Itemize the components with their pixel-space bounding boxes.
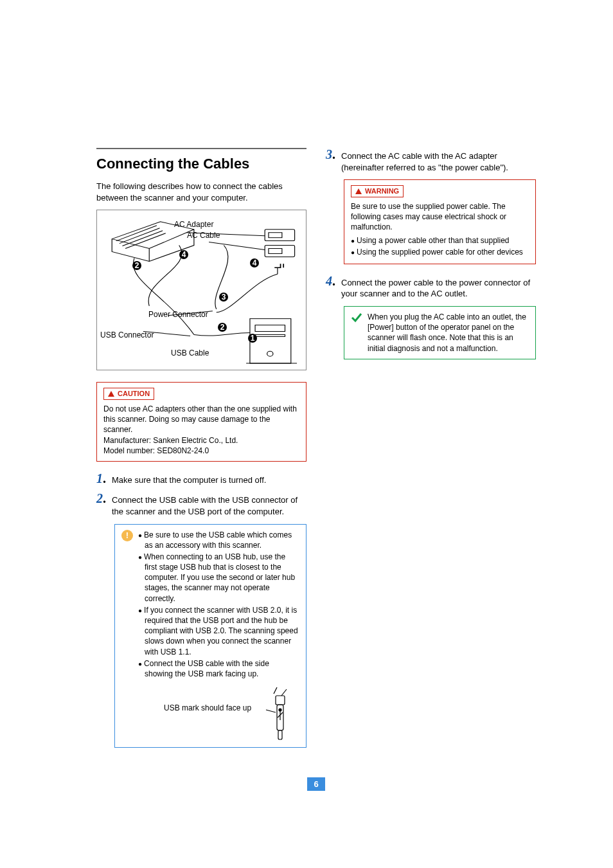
section-title: Connecting the Cables <box>96 156 306 172</box>
step-1: 1. Make sure that the computer is turned… <box>96 472 306 486</box>
label-usb-connector: USB Connector <box>100 330 154 339</box>
diagram-num-3: 3 <box>219 293 228 302</box>
svg-line-22 <box>266 710 276 712</box>
usb-note-4: Connect the USB cable with the side show… <box>138 658 299 679</box>
svg-rect-5 <box>269 233 282 238</box>
label-power-connector: Power Connector <box>148 310 208 319</box>
diagram-num-1: 1 <box>248 334 257 343</box>
usb-note-2: When connecting to an USB hub, use the f… <box>138 552 299 604</box>
label-ac-cable: AC Cable <box>187 231 220 240</box>
svg-rect-20 <box>278 730 282 739</box>
svg-rect-7 <box>269 249 282 254</box>
exclamation-icon: ! <box>121 530 133 541</box>
usb-note-1: Be sure to use the USB cable which comes… <box>138 530 299 550</box>
warning-box: WARNING Be sure to use the supplied powe… <box>344 179 536 264</box>
warning-b1: Using a power cable other than that supp… <box>351 235 529 246</box>
label-ac-adapter: AC Adapter <box>174 220 213 229</box>
warning-tag: WARNING <box>351 185 404 197</box>
usb-mark-illustration: USB mark should face up <box>138 684 299 742</box>
intro-text: The following describes how to connect t… <box>96 181 306 203</box>
usb-mark-caption: USB mark should face up <box>164 703 251 712</box>
step-3: 3. Connect the AC cable with the AC adap… <box>326 148 536 173</box>
caution-text: Do not use AC adapters other than the on… <box>103 404 299 456</box>
plug-note-text: When you plug the AC cable into an outle… <box>368 312 529 354</box>
svg-line-16 <box>209 242 265 250</box>
warning-text: Be sure to use the supplied power cable.… <box>351 201 529 233</box>
step-4: 4. Connect the power cable to the power … <box>326 275 536 300</box>
svg-point-12 <box>267 351 273 356</box>
step-2: 2. Connect the USB cable with the USB co… <box>96 492 306 517</box>
svg-rect-4 <box>265 230 294 241</box>
label-usb-cable: USB Cable <box>171 348 209 357</box>
connection-diagram: AC Adapter AC Cable Power Connector USB … <box>96 210 306 370</box>
usb-note-box: ! Be sure to use the USB cable which com… <box>114 524 306 748</box>
diagram-num-2b: 2 <box>218 323 227 332</box>
diagram-num-4b: 4 <box>250 258 259 267</box>
caution-box: CAUTION Do not use AC adapters other tha… <box>96 382 306 462</box>
plug-note-box: When you plug the AC cable into an outle… <box>344 306 536 359</box>
warning-b2: Using the supplied power cable for other… <box>351 247 529 257</box>
svg-rect-18 <box>276 696 285 705</box>
check-icon <box>351 312 362 323</box>
usb-note-3: If you connect the scanner with USB 2.0,… <box>138 605 299 657</box>
svg-rect-6 <box>265 246 294 257</box>
svg-rect-11 <box>255 335 285 337</box>
svg-line-1 <box>120 228 160 244</box>
caution-tag: CAUTION <box>103 388 154 400</box>
diagram-num-2a: 2 <box>132 261 141 270</box>
page-number: 6 <box>96 777 536 791</box>
svg-rect-10 <box>255 325 285 332</box>
diagram-num-4a: 4 <box>179 250 188 259</box>
svg-point-21 <box>279 709 281 711</box>
